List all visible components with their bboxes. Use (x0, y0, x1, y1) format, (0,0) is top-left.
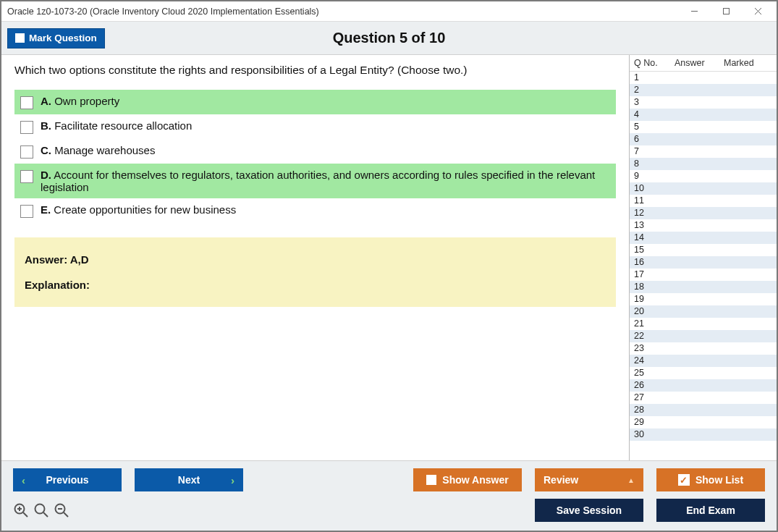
list-row[interactable]: 23 (630, 342, 777, 355)
body: Which two options constitute the rights … (1, 55, 777, 460)
list-row[interactable]: 10 (630, 182, 777, 195)
list-row[interactable]: 22 (630, 330, 777, 342)
list-row[interactable]: 12 (630, 207, 777, 219)
list-row[interactable]: 14 (630, 232, 777, 244)
end-exam-button[interactable]: End Exam (656, 499, 765, 522)
list-row[interactable]: 7 (630, 145, 777, 158)
list-row[interactable]: 26 (630, 379, 777, 392)
list-row[interactable]: 1 (630, 72, 777, 84)
list-row[interactable]: 21 (630, 318, 777, 330)
checkbox-icon (426, 475, 436, 485)
app-window: Oracle 1z0-1073-20 (Oracle Inventory Clo… (0, 0, 778, 532)
explanation-label: Explanation: (25, 279, 606, 291)
minimize-button[interactable] (678, 2, 710, 21)
list-row[interactable]: 11 (630, 195, 777, 207)
option-row[interactable]: B. Facilitate resource allocation (14, 114, 616, 139)
option-checkbox[interactable] (20, 145, 33, 159)
maximize-button[interactable] (710, 2, 742, 21)
zoom-reset-icon[interactable] (33, 502, 49, 518)
mark-checkbox-icon (15, 33, 25, 43)
option-checkbox[interactable] (20, 170, 33, 183)
svg-line-11 (64, 512, 68, 517)
option-text: C. Manage warehouses (41, 144, 610, 156)
checked-icon: ✓ (678, 474, 690, 486)
list-row[interactable]: 13 (630, 219, 777, 232)
show-list-button[interactable]: ✓ Show List (656, 468, 765, 491)
option-text: D. Account for themselves to regulators,… (41, 169, 610, 193)
question-list-panel: Q No. Answer Marked 12345678910111213141… (629, 55, 777, 460)
list-row[interactable]: 6 (630, 133, 777, 145)
list-row[interactable]: 29 (630, 416, 777, 428)
close-button[interactable] (742, 2, 774, 21)
option-checkbox[interactable] (20, 96, 33, 109)
list-row[interactable]: 28 (630, 404, 777, 416)
col-marked: Marked (724, 58, 772, 68)
list-row[interactable]: 3 (630, 96, 777, 109)
option-checkbox[interactable] (20, 205, 33, 218)
previous-label: Previous (46, 474, 88, 486)
col-qno: Q No. (634, 58, 675, 68)
list-row[interactable]: 9 (630, 170, 777, 182)
show-list-label: Show List (695, 474, 743, 486)
svg-point-8 (35, 504, 45, 514)
next-button[interactable]: Next › (135, 468, 243, 491)
save-session-button[interactable]: Save Session (535, 499, 643, 522)
zoom-in-icon[interactable] (13, 502, 29, 518)
zoom-controls (13, 502, 69, 518)
question-header: Mark Question Question 5 of 10 (1, 22, 777, 55)
question-text: Which two options constitute the rights … (14, 64, 616, 77)
list-row[interactable]: 25 (630, 367, 777, 379)
mark-label: Mark Question (29, 33, 97, 43)
next-label: Next (178, 474, 200, 486)
option-text: B. Facilitate resource allocation (41, 119, 610, 132)
option-text: E. Create opportunities for new business (41, 203, 610, 216)
list-row[interactable]: 20 (630, 305, 777, 318)
mark-question-button[interactable]: Mark Question (7, 28, 105, 48)
option-row[interactable]: E. Create opportunities for new business (14, 198, 616, 223)
list-row[interactable]: 18 (630, 281, 777, 293)
show-answer-button[interactable]: Show Answer (413, 468, 522, 491)
answer-line: Answer: A,D (25, 253, 606, 266)
chevron-left-icon: ‹ (22, 474, 25, 486)
zoom-out-icon[interactable] (54, 502, 69, 518)
svg-rect-1 (723, 9, 729, 14)
col-answer: Answer (675, 58, 724, 68)
option-row[interactable]: A. Own property (14, 90, 616, 114)
list-header: Q No. Answer Marked (630, 55, 777, 72)
list-row[interactable]: 16 (630, 256, 777, 269)
list-row[interactable]: 17 (630, 269, 777, 281)
footer-row-2: Save Session End Exam (13, 499, 765, 522)
footer: ‹ Previous Next › Show Answer Review ▲ ✓… (1, 460, 777, 531)
previous-button[interactable]: ‹ Previous (13, 468, 122, 491)
show-answer-label: Show Answer (442, 474, 508, 486)
svg-line-5 (23, 512, 28, 517)
list-row[interactable]: 27 (630, 392, 777, 404)
option-text: A. Own property (41, 95, 610, 107)
review-button[interactable]: Review ▲ (535, 468, 643, 491)
window-controls (678, 2, 774, 21)
option-row[interactable]: D. Account for themselves to regulators,… (14, 164, 616, 198)
review-label: Review (544, 474, 578, 486)
list-row[interactable]: 2 (630, 84, 777, 96)
list-row[interactable]: 8 (630, 158, 777, 170)
list-row[interactable]: 15 (630, 244, 777, 256)
list-body[interactable]: 1234567891011121314151617181920212223242… (630, 72, 777, 460)
question-counter: Question 5 of 10 (1, 30, 777, 46)
answer-box: Answer: A,D Explanation: (14, 237, 616, 307)
option-checkbox[interactable] (20, 121, 33, 134)
list-row[interactable]: 4 (630, 109, 777, 121)
list-row[interactable]: 19 (630, 293, 777, 305)
list-row[interactable]: 30 (630, 428, 777, 441)
list-row[interactable]: 24 (630, 355, 777, 367)
options-list: A. Own propertyB. Facilitate resource al… (14, 90, 616, 223)
save-session-label: Save Session (557, 504, 622, 516)
window-title: Oracle 1z0-1073-20 (Oracle Inventory Clo… (7, 7, 319, 17)
footer-row-1: ‹ Previous Next › Show Answer Review ▲ ✓… (13, 468, 765, 491)
question-panel: Which two options constitute the rights … (1, 55, 629, 460)
end-exam-label: End Exam (686, 504, 735, 516)
title-bar: Oracle 1z0-1073-20 (Oracle Inventory Clo… (1, 1, 777, 22)
list-row[interactable]: 5 (630, 121, 777, 133)
option-row[interactable]: C. Manage warehouses (14, 139, 616, 164)
chevron-right-icon: › (231, 474, 234, 486)
svg-line-9 (43, 512, 48, 517)
